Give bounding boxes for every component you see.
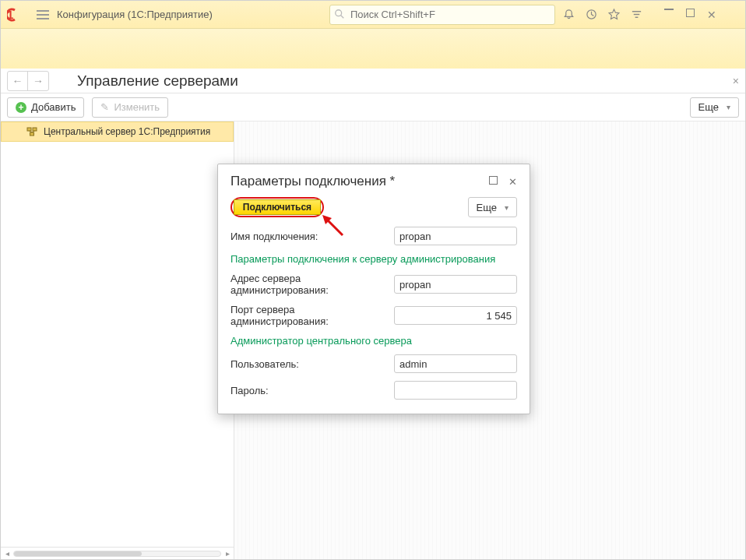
nav-forward-button[interactable]: → — [28, 72, 48, 90]
scroll-thumb[interactable] — [14, 551, 142, 556]
page-header: ← → Управление серверами × — [1, 69, 745, 93]
scroll-right-icon[interactable]: ▸ — [221, 548, 234, 559]
svg-rect-9 — [30, 132, 34, 136]
section-connection-params: Параметры подключения к серверу админист… — [230, 253, 517, 265]
minimize-button[interactable] — [664, 9, 674, 21]
star-icon[interactable] — [608, 9, 620, 20]
window-title: Конфигурация (1С:Предприятие) — [57, 9, 213, 20]
horizontal-scrollbar[interactable]: ◂ ▸ — [1, 547, 234, 559]
menu-icon[interactable] — [37, 10, 49, 19]
edit-button-label: Изменить — [114, 101, 160, 113]
dialog-header: Параметры подключения * ✕ — [230, 174, 517, 189]
label-server-address: Адрес сервера администрирования: — [230, 273, 394, 296]
dialog-more-label: Еще — [477, 202, 497, 213]
row-server-address: Адрес сервера администрирования: — [230, 273, 517, 296]
svg-rect-7 — [27, 128, 31, 131]
tree-item-central-server[interactable]: Центральный сервер 1С:Предприятия — [1, 122, 234, 142]
dialog-controls: ✕ — [489, 176, 517, 188]
dialog-close-button[interactable]: ✕ — [508, 176, 517, 188]
plus-icon: + — [16, 102, 26, 113]
section-central-admin: Администратор центрального сервера — [230, 335, 517, 347]
svg-rect-8 — [33, 128, 37, 131]
bell-icon[interactable] — [563, 9, 575, 20]
tree-list[interactable]: Центральный сервер 1С:Предприятия — [1, 122, 234, 547]
input-user[interactable] — [394, 354, 517, 373]
row-server-port: Порт сервера администрирования: — [230, 304, 517, 327]
server-icon — [26, 126, 37, 137]
app-window: 1 Конфигурация (1С:Предприятие) — [0, 0, 746, 560]
scroll-left-icon[interactable]: ◂ — [1, 548, 13, 559]
tree-item-label: Центральный сервер 1С:Предприятия — [44, 126, 210, 137]
more-button[interactable]: Еще ▾ — [690, 97, 739, 118]
nav-arrows: ← → — [7, 71, 49, 91]
connection-params-dialog: Параметры подключения * ✕ Подключиться Е… — [217, 164, 530, 414]
dialog-toolbar: Подключиться Еще ▾ — [230, 197, 517, 217]
close-button[interactable]: ✕ — [707, 9, 716, 21]
connect-button-label: Подключиться — [243, 202, 311, 213]
lines-icon[interactable] — [631, 9, 642, 20]
search-input[interactable] — [329, 5, 555, 25]
add-button-label: Добавить — [31, 101, 76, 113]
history-icon[interactable] — [586, 9, 597, 20]
title-icons — [563, 9, 642, 20]
chevron-down-icon: ▾ — [727, 103, 730, 111]
input-connection-name[interactable] — [394, 227, 517, 245]
titlebar: 1 Конфигурация (1С:Предприятие) — [1, 1, 745, 29]
svg-line-2 — [341, 15, 344, 18]
connect-button[interactable]: Подключиться — [234, 199, 321, 215]
input-password[interactable] — [394, 381, 517, 400]
more-button-label: Еще — [698, 101, 719, 113]
label-connection-name: Имя подключения: — [230, 231, 318, 242]
input-server-port[interactable] — [394, 306, 517, 325]
nav-back-button[interactable]: ← — [8, 72, 28, 90]
label-user: Пользователь: — [230, 358, 299, 370]
pencil-icon: ✎ — [100, 101, 109, 113]
app-logo: 1 — [7, 7, 29, 23]
toolbar: + Добавить ✎ Изменить Еще ▾ — [1, 93, 745, 122]
chevron-down-icon: ▾ — [505, 203, 508, 212]
page-title: Управление серверами — [77, 72, 238, 90]
dialog-title: Параметры подключения * — [230, 174, 395, 189]
dialog-maximize-button[interactable] — [489, 176, 498, 188]
input-server-address[interactable] — [394, 275, 517, 294]
row-user: Пользователь: — [230, 354, 517, 373]
search-icon — [334, 9, 345, 19]
window-controls: ✕ — [664, 9, 716, 21]
scroll-track[interactable] — [13, 551, 221, 557]
dialog-more-button[interactable]: Еще ▾ — [468, 197, 517, 217]
maximize-button[interactable] — [686, 9, 695, 21]
sidebar: Центральный сервер 1С:Предприятия ◂ ▸ — [1, 122, 234, 559]
edit-button[interactable]: ✎ Изменить — [92, 97, 168, 118]
label-password: Пароль: — [230, 385, 269, 396]
svg-point-1 — [336, 9, 342, 16]
connect-highlight: Подключиться — [230, 197, 324, 217]
add-button[interactable]: + Добавить — [7, 97, 84, 118]
label-server-port: Порт сервера администрирования: — [230, 304, 394, 327]
ribbon-spacer — [1, 29, 745, 69]
row-password: Пароль: — [230, 381, 517, 400]
row-connection-name: Имя подключения: — [230, 227, 517, 245]
page-close-icon[interactable]: × — [733, 75, 739, 87]
